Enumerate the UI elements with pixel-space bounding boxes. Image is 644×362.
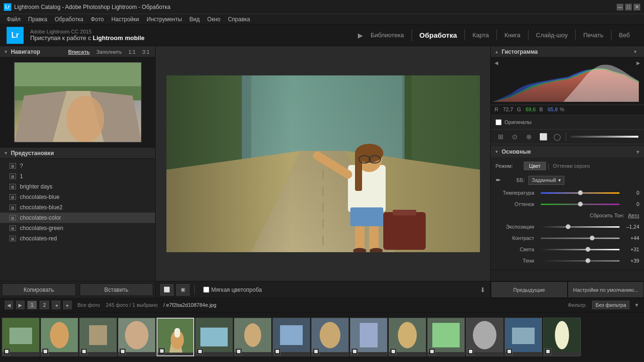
hist-ctrl-left[interactable]: ◀ <box>495 60 498 66</box>
photo-area[interactable] <box>156 46 490 281</box>
originals-row: Оригиналы <box>495 117 639 127</box>
temperature-slider[interactable] <box>541 192 619 194</box>
preset-item-1[interactable]: 1 <box>0 171 155 181</box>
module-web[interactable]: Веб <box>611 30 637 41</box>
module-develop[interactable]: Обработка <box>412 29 465 41</box>
originals-label[interactable]: Оригиналы <box>504 119 532 125</box>
film-thumb-12[interactable]: ⬜ <box>427 318 465 356</box>
lights-thumb[interactable] <box>586 247 590 252</box>
shadows-thumb[interactable] <box>586 258 590 263</box>
tint-thumb[interactable] <box>578 202 583 206</box>
soft-proof-label[interactable]: Мягкая цветопроба <box>211 287 262 293</box>
mode-color-button[interactable]: Цвет <box>524 162 546 170</box>
filter-dropdown[interactable]: Без фильтра <box>592 301 629 309</box>
navigator-preview[interactable] <box>0 58 155 147</box>
shadows-slider[interactable] <box>541 260 619 262</box>
preset-item-choc-blue[interactable]: chocolates-blue <box>0 192 155 202</box>
film-thumb-10[interactable]: ⬜ <box>350 318 388 356</box>
contrast-thumb[interactable] <box>590 236 594 240</box>
hist-ctrl-right[interactable]: ▶ <box>636 60 640 66</box>
film-thumb-14[interactable]: ⬜ <box>504 318 542 356</box>
preset-item-choc-blue2[interactable]: chocolates-blue2 <box>0 202 155 213</box>
module-slideshow[interactable]: Слайд-шоу <box>528 30 575 41</box>
film-thumb-4[interactable]: ⬜ <box>118 318 156 356</box>
module-book[interactable]: Книга <box>496 30 528 41</box>
filter-expand[interactable]: ▼ <box>634 302 639 308</box>
spot-removal-tool[interactable]: ⊙ <box>508 131 522 143</box>
temperature-thumb[interactable] <box>578 190 583 195</box>
contrast-slider[interactable] <box>541 238 619 239</box>
copy-button[interactable]: Копировать <box>2 283 76 296</box>
brightness-slider-bar[interactable] <box>570 136 638 138</box>
tint-slider[interactable] <box>541 204 619 205</box>
menu-settings[interactable]: Настройки <box>107 15 143 24</box>
film-thumb-1[interactable]: ⬜ <box>2 318 40 356</box>
film-thumb-11[interactable]: ⬜ <box>388 318 426 356</box>
defaults-button[interactable]: Настройки по умолчанию... <box>568 281 644 298</box>
film-thumb-9[interactable]: ⬜ <box>311 318 349 356</box>
preset-item-choc-color[interactable]: chocolates-color <box>0 213 155 223</box>
exposure-slider[interactable] <box>541 226 619 228</box>
module-picker: Библиотека Обработка Карта Книга Слайд-ш… <box>363 29 637 41</box>
presets-title: Предустановки <box>11 150 151 156</box>
minimize-button[interactable]: — <box>617 4 623 10</box>
expand-icon[interactable]: ⬇ <box>480 286 486 294</box>
module-print[interactable]: Печать <box>575 30 611 41</box>
page2-indicator[interactable]: 2 <box>40 301 49 309</box>
zoom-1-1[interactable]: 1:1 <box>126 49 137 55</box>
auto-tone-button[interactable]: Авто <box>628 213 639 218</box>
wb-dropdown[interactable]: Заданный ▾ <box>528 176 564 185</box>
film-thumb-5-active[interactable]: ⬜ <box>157 318 194 356</box>
menu-window[interactable]: Окно <box>204 15 224 24</box>
crop-tool[interactable]: ⬜ <box>160 284 173 296</box>
redeye-tool[interactable]: ⊗ <box>522 131 536 143</box>
preset-item-question[interactable]: ? <box>0 161 155 171</box>
hist-b-label: B <box>539 107 543 112</box>
paste-button[interactable]: Вставить <box>80 283 154 296</box>
zoom-fill[interactable]: Заполнить <box>94 49 124 55</box>
lights-slider[interactable] <box>541 249 619 250</box>
menu-view[interactable]: Вид <box>186 15 204 24</box>
mode-grayscale-label[interactable]: Оттенки серого <box>553 163 590 169</box>
page1-indicator[interactable]: 1 <box>27 301 37 309</box>
previous-button[interactable]: Предыдущие <box>491 281 568 298</box>
grad-filter-tool[interactable]: ⬜ <box>536 131 550 143</box>
preset-item-choc-red[interactable]: chocolates-red <box>0 233 155 244</box>
nav-right-btn[interactable]: ▶ <box>16 301 25 309</box>
play-button[interactable]: ▶ <box>358 32 363 39</box>
film-thumb-8[interactable]: ⬜ <box>272 318 310 356</box>
originals-checkbox[interactable] <box>495 119 502 125</box>
film-thumb-6[interactable]: ⬜ <box>195 318 233 356</box>
fwd-btn[interactable]: ▸ <box>63 301 72 309</box>
menu-file[interactable]: Файл <box>3 15 25 24</box>
zoom-3-1[interactable]: 3:1 <box>140 49 151 55</box>
film-thumb-13[interactable]: ⬜ <box>466 318 504 356</box>
exposure-thumb[interactable] <box>566 224 570 229</box>
module-map[interactable]: Карта <box>464 30 496 41</box>
menu-tools[interactable]: Инструменты <box>143 15 186 24</box>
crop-overlay-tool[interactable]: ⊞ <box>494 131 508 143</box>
eyedropper-icon[interactable]: ✒ <box>495 176 501 184</box>
menu-photo[interactable]: Фото <box>87 15 108 24</box>
bottom-area: ◀ ▶ 1 2 ◂ ▸ Все фото 245 фото / 1 выбран… <box>0 298 644 362</box>
menu-edit[interactable]: Правка <box>25 15 51 24</box>
menu-develop[interactable]: Обработка <box>51 15 87 24</box>
maximize-button[interactable]: □ <box>625 4 632 10</box>
right-panel: ▲ Гистограмма ▼ <box>490 46 644 298</box>
zoom-fit[interactable]: Вписать <box>66 49 92 55</box>
soft-proof-checkbox[interactable] <box>203 287 209 293</box>
module-library[interactable]: Библиотека <box>363 30 412 41</box>
close-button[interactable]: ✕ <box>634 4 640 10</box>
preset-item-choc-green[interactable]: chocolates-green <box>0 223 155 233</box>
preset-item-brighter[interactable]: brighter days <box>0 181 155 192</box>
film-thumb-3[interactable]: ⬜ <box>79 318 117 356</box>
film-thumb-15[interactable]: ⬜ <box>543 318 581 356</box>
nav-left-btn[interactable]: ◀ <box>5 301 13 309</box>
menu-help[interactable]: Справка <box>224 15 254 24</box>
film-thumb-2[interactable]: ⬜ <box>41 318 78 356</box>
back-btn[interactable]: ◂ <box>52 301 60 309</box>
radial-filter-tool[interactable]: ◯ <box>550 131 564 143</box>
frame-tool[interactable]: ▣ <box>176 284 190 296</box>
film-thumb-7[interactable]: ⬜ <box>234 318 272 356</box>
presets-triangle: ▼ <box>4 151 8 156</box>
